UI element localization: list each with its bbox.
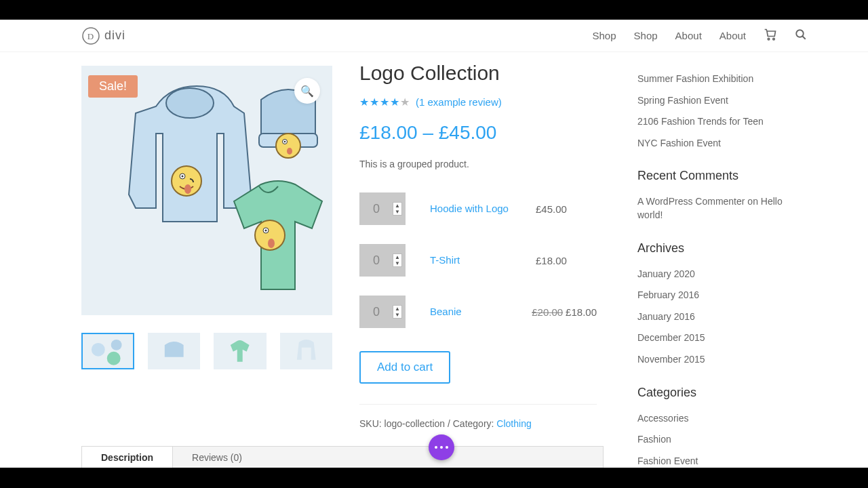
grouped-product-table: ▲▼ Hoodie with Logo £45.00 ▲▼ T-Shirt £1… (359, 183, 597, 338)
star-rating: ★★★★★ (359, 96, 410, 108)
category-link[interactable]: Clothing (496, 418, 531, 429)
product-meta: SKU: logo-collection / Category: Clothin… (359, 404, 597, 429)
svg-point-8 (182, 176, 184, 178)
gallery-thumbs (81, 333, 332, 369)
qty-input[interactable] (363, 305, 390, 319)
price-range: £18.00 – £45.00 (359, 122, 597, 144)
product-title: Logo Collection (359, 62, 597, 85)
recent-comments-heading: Recent Comments (637, 169, 800, 183)
product-gallery: Sale! 🔍 (81, 66, 332, 488)
archive-item[interactable]: December 2015 (637, 327, 800, 349)
svg-point-18 (268, 239, 275, 248)
svg-point-3 (773, 38, 775, 39)
sale-badge: Sale! (88, 75, 138, 98)
link-tshirt[interactable]: T-Shirt (430, 254, 460, 266)
site-header: D divi Shop Shop About About (0, 20, 868, 52)
divi-logo-icon: D (81, 26, 100, 45)
sku-label: SKU: (359, 418, 382, 429)
sidebar: Summer Fashion Exhibition Spring Fashion… (637, 66, 800, 488)
tab-description[interactable]: Description (81, 446, 173, 468)
divi-fab-button[interactable] (429, 434, 454, 460)
qty-down-icon[interactable]: ▼ (393, 312, 401, 318)
svg-point-22 (107, 352, 121, 365)
archives-heading: Archives (637, 241, 800, 256)
svg-point-2 (768, 38, 770, 39)
svg-rect-25 (280, 333, 332, 369)
sku-value: logo-collection (384, 418, 446, 429)
qty-tshirt[interactable]: ▲▼ (359, 244, 406, 277)
svg-point-14 (287, 148, 292, 155)
svg-point-20 (92, 343, 105, 357)
product-main: Sale! 🔍 Logo Collection ★★★★★ (1 example… (81, 66, 597, 488)
price-beanie: £20.00£18.00 (532, 306, 597, 318)
qty-down-icon[interactable]: ▼ (393, 260, 401, 266)
thumb-2[interactable] (148, 333, 201, 369)
tab-reviews[interactable]: Reviews (0) (173, 447, 261, 468)
categories-heading: Categories (637, 386, 800, 400)
svg-point-21 (111, 340, 122, 350)
nav-shop-2[interactable]: Shop (634, 30, 658, 41)
thumb-3[interactable] (214, 333, 267, 369)
recent-post[interactable]: Summer Fashion Exhibition (637, 68, 800, 90)
qty-hoodie[interactable]: ▲▼ (359, 192, 406, 225)
main-nav: Shop Shop About About (593, 28, 835, 44)
review-link[interactable]: (1 example review) (416, 96, 502, 108)
price-tshirt: £18.00 (536, 255, 597, 266)
search-icon[interactable] (795, 28, 807, 43)
recent-comment[interactable]: A WordPress Commenter on Hello world! (637, 191, 800, 226)
category-label: Category: (453, 418, 494, 429)
recent-post[interactable]: Spring Fashion Event (637, 90, 800, 112)
nav-about-1[interactable]: About (675, 30, 702, 41)
qty-up-icon[interactable]: ▲ (393, 254, 401, 260)
apparel-illustration (81, 66, 332, 315)
nav-shop-1[interactable]: Shop (593, 30, 616, 41)
archives-list: January 2020 February 2016 January 2016 … (637, 264, 800, 371)
qty-down-icon[interactable]: ▼ (393, 209, 401, 215)
qty-beanie[interactable]: ▲▼ (359, 296, 406, 328)
site-logo[interactable]: D divi (81, 26, 125, 45)
archive-item[interactable]: January 2016 (637, 306, 800, 328)
group-row-beanie: ▲▼ Beanie £20.00£18.00 (359, 286, 597, 338)
category-item[interactable]: Fashion (637, 429, 800, 451)
qty-up-icon[interactable]: ▲ (393, 203, 401, 209)
price-hoodie: £45.00 (536, 203, 597, 215)
page-content: Sale! 🔍 Logo Collection ★★★★★ (1 example… (0, 52, 868, 488)
svg-point-13 (284, 141, 286, 143)
add-to-cart-button[interactable]: Add to cart (359, 351, 450, 384)
product-tabs: Description Reviews (0) (81, 446, 604, 469)
archive-item[interactable]: November 2015 (637, 349, 800, 371)
logo-text: divi (104, 28, 125, 43)
cart-icon[interactable] (764, 28, 777, 44)
svg-point-17 (265, 230, 267, 232)
svg-text:D: D (87, 31, 94, 41)
recent-post[interactable]: NYC Fashion Event (637, 133, 800, 155)
link-hoodie[interactable]: Hoodie with Logo (430, 203, 509, 214)
svg-rect-19 (81, 333, 134, 369)
svg-point-5 (166, 88, 214, 118)
svg-point-9 (184, 184, 191, 194)
letterbox-bottom (0, 468, 868, 488)
link-beanie[interactable]: Beanie (430, 306, 462, 317)
archive-item[interactable]: January 2020 (637, 264, 800, 285)
letterbox-top (0, 0, 868, 20)
group-row-hoodie: ▲▼ Hoodie with Logo £45.00 (359, 183, 597, 235)
category-item[interactable]: Accessories (637, 408, 800, 430)
archive-item[interactable]: February 2016 (637, 285, 800, 306)
recent-post[interactable]: 2106 Fashion Trends for Teen (637, 111, 800, 133)
qty-input[interactable] (363, 253, 390, 268)
qty-up-icon[interactable]: ▲ (393, 306, 401, 312)
recent-posts-list: Summer Fashion Exhibition Spring Fashion… (637, 68, 800, 154)
svg-point-11 (276, 134, 300, 158)
product-summary: Logo Collection ★★★★★ (1 example review)… (359, 66, 597, 488)
short-description: This is a grouped product. (359, 159, 597, 169)
thumb-4[interactable] (280, 333, 333, 369)
qty-input[interactable] (363, 202, 390, 216)
thumb-1[interactable] (81, 333, 134, 369)
nav-about-2[interactable]: About (719, 30, 746, 41)
group-row-tshirt: ▲▼ T-Shirt £18.00 (359, 235, 597, 286)
product-featured-image[interactable]: Sale! 🔍 (81, 66, 332, 315)
svg-point-4 (796, 30, 804, 37)
zoom-button[interactable]: 🔍 (294, 78, 320, 104)
rating-row: ★★★★★ (1 example review) (359, 96, 597, 108)
